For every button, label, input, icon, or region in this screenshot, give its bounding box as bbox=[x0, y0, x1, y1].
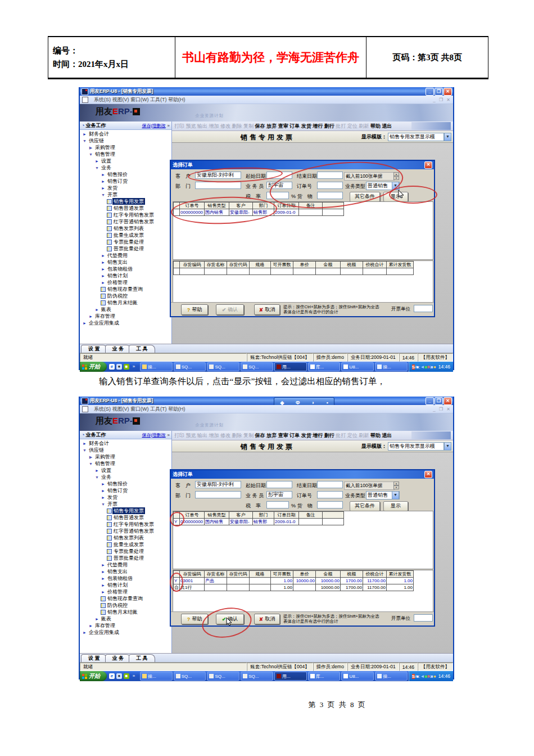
taskbar-task[interactable]: 库... bbox=[308, 672, 341, 681]
tree-item-label[interactable]: 销售计划 bbox=[106, 582, 129, 588]
tree-item-label[interactable]: 红字普通销售发票 bbox=[112, 528, 155, 534]
bottom-tab[interactable]: 工 具 bbox=[129, 345, 155, 353]
item-column-header[interactable]: 累计发货数 bbox=[387, 262, 414, 268]
tree-item-label[interactable]: 财务会计 bbox=[88, 440, 110, 447]
bottom-tab[interactable]: 设 置 bbox=[81, 654, 107, 662]
order-no-input[interactable] bbox=[317, 491, 343, 498]
tree-item-label[interactable]: 批量生成发票 bbox=[112, 541, 145, 548]
chevron-down-icon[interactable]: ▼ bbox=[392, 182, 399, 190]
tree-item[interactable]: 价格管理 bbox=[80, 588, 171, 595]
cancel-button[interactable]: ✘取消 bbox=[254, 614, 280, 624]
tree-item[interactable]: 红字普通销售发票 bbox=[80, 528, 171, 534]
tree-item[interactable]: 红字普通销售发票 bbox=[80, 218, 171, 225]
tree-item[interactable]: 销售计划 bbox=[80, 272, 171, 279]
order-column-header[interactable]: 订单日期 bbox=[274, 202, 299, 209]
toolbar-button[interactable]: 定位 bbox=[347, 433, 357, 438]
dialog-close-icon[interactable]: ✕ bbox=[424, 161, 432, 169]
tree-item-label[interactable]: 销售月末结账 bbox=[106, 299, 139, 306]
show-button[interactable]: 显示 bbox=[383, 192, 408, 202]
order-column-header[interactable]: 订单号 bbox=[180, 202, 205, 209]
chevron-down-icon[interactable]: ▼ bbox=[444, 442, 451, 451]
dept-input[interactable] bbox=[195, 491, 241, 498]
tree-item-label[interactable]: 普票批量处理 bbox=[112, 245, 145, 252]
tree-item-label[interactable]: 防伪税控 bbox=[106, 602, 129, 609]
tree-node-icon[interactable] bbox=[82, 320, 88, 327]
tree-item-label[interactable]: 供应链 bbox=[88, 137, 105, 144]
tree-node-icon[interactable] bbox=[82, 447, 88, 454]
taskbar-task[interactable]: SQ... bbox=[174, 362, 206, 371]
tree-node-icon[interactable] bbox=[101, 300, 106, 305]
taskbar-task[interactable]: 用... bbox=[274, 362, 307, 371]
order-column-header[interactable]: 订单号 bbox=[180, 512, 205, 519]
item-row[interactable]: 合 共1行 1.0010000.00 1700.0011700.001.00 bbox=[174, 584, 414, 591]
tree-item[interactable]: 企业应用集成 bbox=[80, 629, 171, 636]
invoice-unit-input[interactable] bbox=[414, 305, 433, 312]
tree-node-icon[interactable] bbox=[94, 615, 100, 623]
toolbar-button[interactable]: 输出 bbox=[197, 433, 207, 438]
tree-item[interactable]: 开票 bbox=[80, 191, 171, 198]
tray-icon[interactable]: ● bbox=[433, 364, 436, 370]
menu-item[interactable]: 帮助(H) bbox=[168, 406, 185, 412]
taskbar-task[interactable]: U8... bbox=[341, 362, 374, 371]
item-column-header[interactable]: 金额 bbox=[316, 571, 341, 578]
tree-node-icon[interactable] bbox=[107, 240, 112, 245]
quick-launch-icon[interactable]: e bbox=[109, 364, 115, 370]
tree-item[interactable]: 设置 bbox=[80, 158, 171, 164]
tree-node-icon[interactable] bbox=[107, 213, 112, 218]
order-column-header[interactable]: 客户 bbox=[229, 512, 253, 519]
tree-item-label[interactable]: 采购管理 bbox=[94, 453, 116, 460]
minimize-button[interactable]: _ bbox=[426, 397, 434, 405]
tree-node-icon[interactable] bbox=[88, 622, 94, 629]
tree-item[interactable]: 销售计划 bbox=[80, 582, 171, 588]
start-button[interactable]: 开始 bbox=[80, 362, 107, 372]
tree-item-label[interactable]: 销售专用发票 bbox=[112, 198, 145, 205]
other-conditions-button[interactable]: 其它条件 bbox=[350, 192, 380, 202]
quick-launch-icon[interactable]: ● bbox=[116, 673, 122, 679]
item-column-header[interactable]: 单价 bbox=[293, 262, 316, 268]
menu-item[interactable]: 视图(V) bbox=[112, 97, 129, 102]
tree-node-icon[interactable] bbox=[107, 556, 112, 561]
tree-item[interactable]: 设置 bbox=[80, 467, 171, 474]
start-button[interactable]: 开始 bbox=[80, 671, 107, 681]
tree-item-label[interactable]: 包装物租借 bbox=[106, 575, 134, 582]
tree-item[interactable]: 财务会计 bbox=[80, 440, 171, 447]
load-limit-spinner[interactable]: ▲▼ bbox=[393, 172, 399, 179]
tree-item[interactable]: 销售普通发票 bbox=[80, 514, 171, 521]
toolbar-button[interactable]: 帮助 bbox=[370, 123, 381, 129]
item-row[interactable] bbox=[174, 268, 414, 275]
menu-item[interactable]: 工具(T) bbox=[150, 97, 167, 102]
item-column-header[interactable]: 税额 bbox=[341, 571, 363, 578]
pin-icon[interactable]: » bbox=[168, 123, 170, 128]
toolbar-button[interactable]: 修改 bbox=[220, 433, 230, 438]
minimize-button[interactable]: _ bbox=[426, 88, 434, 96]
tray-icon[interactable]: ● bbox=[433, 674, 436, 679]
tree-item-label[interactable]: 账表 bbox=[100, 306, 112, 313]
tree-item-label[interactable]: 销售普通发票 bbox=[112, 205, 145, 212]
tree-node-icon[interactable] bbox=[94, 306, 100, 313]
tree-item-label[interactable]: 销售报价 bbox=[106, 171, 129, 178]
panel-links[interactable]: 保存|增删改 bbox=[142, 123, 165, 129]
panel-links[interactable]: 保存|增删改 bbox=[142, 432, 165, 438]
toolbar-button[interactable]: 预览 bbox=[186, 123, 196, 129]
tree-item-label[interactable]: 开票 bbox=[106, 191, 119, 198]
tree-item[interactable]: 专票批量处理 bbox=[80, 548, 171, 555]
toolbar-button[interactable]: 增加 bbox=[209, 433, 219, 438]
tree-item-label[interactable]: 价格管理 bbox=[106, 588, 129, 595]
tree-item-label[interactable]: 销售报价 bbox=[106, 480, 129, 487]
item-column-header[interactable]: 单价 bbox=[293, 571, 316, 578]
tree-item[interactable]: 代垫费用 bbox=[80, 252, 171, 259]
taskbar-task[interactable]: SQ... bbox=[241, 362, 273, 371]
tax-rate-input[interactable] bbox=[266, 501, 289, 508]
quick-launch-icon[interactable]: ■ bbox=[124, 673, 129, 679]
tree-item[interactable]: 销售报价 bbox=[80, 171, 171, 178]
toolbar-button[interactable]: 刷新 bbox=[359, 123, 369, 129]
toolbar-button[interactable]: 复制 bbox=[243, 123, 254, 129]
row-select-cell[interactable]: Y bbox=[174, 578, 180, 584]
order-column-header[interactable]: 销售类型 bbox=[205, 512, 229, 519]
customer-input[interactable] bbox=[195, 172, 241, 179]
order-column-header[interactable]: 部门 bbox=[253, 202, 274, 209]
bottom-tab[interactable]: 业 务 bbox=[105, 345, 132, 353]
item-column-header[interactable]: 存货编码 bbox=[180, 262, 205, 268]
tree-item-label[interactable]: 设置 bbox=[100, 467, 112, 474]
toolbar-button[interactable]: 订单 bbox=[289, 123, 300, 129]
